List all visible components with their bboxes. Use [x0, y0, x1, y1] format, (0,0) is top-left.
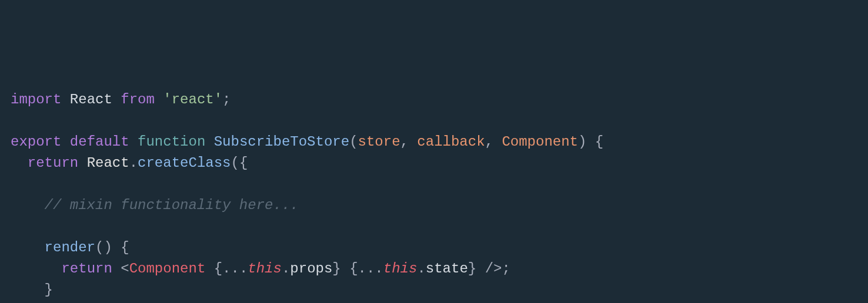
lbrace: {	[595, 134, 603, 150]
keyword-return: return	[28, 155, 78, 171]
keyword-return: return	[61, 261, 112, 277]
spread: ...	[222, 261, 248, 277]
keyword-default: default	[70, 134, 129, 150]
jsx-component: Component	[129, 261, 206, 277]
rbrace: }	[332, 261, 340, 277]
param-component: Component	[502, 134, 578, 150]
lbrace: {	[121, 240, 129, 255]
lparen: (	[349, 134, 358, 150]
comment: // mixin functionality here...	[45, 197, 299, 213]
jsx-close: />	[485, 261, 502, 277]
dot: .	[417, 261, 425, 277]
param-callback: callback	[417, 134, 485, 150]
param-store: store	[358, 134, 400, 150]
keyword-from: from	[121, 92, 155, 107]
keyword-function: function	[138, 134, 205, 150]
keyword-export: export	[11, 134, 61, 150]
lbrace: {	[349, 261, 358, 277]
property-props: props	[290, 261, 332, 277]
comma: ,	[485, 134, 493, 150]
lparen: (	[231, 155, 239, 171]
identifier-react: React	[70, 92, 112, 107]
method-render: render	[45, 240, 95, 255]
lt: <	[121, 261, 129, 277]
property-state: state	[426, 261, 468, 277]
string-literal: 'react'	[163, 92, 222, 107]
code-line-3: export default function SubscribeToStore…	[11, 134, 603, 150]
semicolon: ;	[222, 92, 231, 107]
code-line-10: }	[11, 282, 53, 298]
keyword-this: this	[383, 261, 418, 277]
semicolon: ;	[502, 261, 510, 277]
spread: ...	[358, 261, 383, 277]
code-line-8: render() {	[11, 240, 129, 255]
parens: ()	[95, 240, 112, 255]
method-createclass: createClass	[138, 155, 231, 171]
comma: ,	[400, 134, 409, 150]
code-line-6: // mixin functionality here...	[11, 197, 299, 213]
dot: .	[282, 261, 290, 277]
code-line-4: return React.createClass({	[11, 155, 248, 171]
rbrace: }	[45, 282, 53, 298]
keyword-import: import	[11, 92, 61, 107]
code-line-9: return <Component {...this.props} {...th…	[11, 261, 510, 277]
code-line-1: import React from 'react';	[11, 92, 231, 107]
keyword-this: this	[248, 261, 282, 277]
code-editor[interactable]: import React from 'react'; export defaul…	[11, 89, 857, 303]
rbrace: }	[468, 261, 476, 277]
dot: .	[129, 155, 138, 171]
lbrace: {	[239, 155, 248, 171]
function-name: SubscribeToStore	[214, 134, 349, 150]
identifier-react: React	[87, 155, 129, 171]
rparen: )	[578, 134, 586, 150]
lbrace: {	[214, 261, 222, 277]
